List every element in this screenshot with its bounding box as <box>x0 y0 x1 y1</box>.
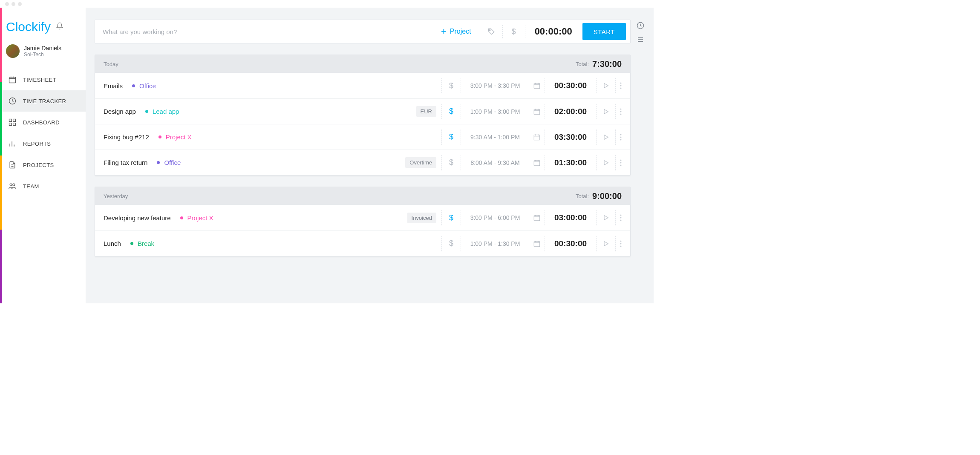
svg-point-36 <box>620 240 622 242</box>
project-name: Lead app <box>153 108 179 115</box>
time-range[interactable]: 9:30 AM - 1:00 PM <box>461 134 529 141</box>
user-block[interactable]: Jamie Daniels Sol-Tech <box>0 42 86 65</box>
time-range[interactable]: 1:00 PM - 1:30 PM <box>461 240 529 247</box>
nav-time-tracker[interactable]: TIME TRACKER <box>0 90 86 112</box>
svg-point-28 <box>620 164 622 166</box>
time-range[interactable]: 8:00 AM - 9:30 AM <box>461 159 529 166</box>
svg-rect-5 <box>13 123 16 126</box>
play-button[interactable] <box>597 214 615 221</box>
entry-title: Filing tax return <box>104 159 147 166</box>
list-mode-icon[interactable] <box>637 36 644 45</box>
more-menu-button[interactable] <box>616 214 630 221</box>
calendar-button[interactable] <box>529 214 545 222</box>
notifications-icon[interactable] <box>56 22 63 32</box>
svg-point-37 <box>620 243 622 244</box>
timer-mode-icon[interactable] <box>636 21 645 32</box>
day-section: TodayTotal:7:30:00EmailsOffice$3:00 PM -… <box>95 55 631 176</box>
timer-display[interactable]: 00:00:00 <box>527 26 580 37</box>
svg-rect-0 <box>9 77 16 83</box>
svg-point-13 <box>620 88 622 89</box>
entry-description[interactable]: Fixing bug #212Project X <box>104 133 441 141</box>
entry-description[interactable]: Filing tax returnOffice <box>104 159 405 166</box>
project-dot-icon <box>132 84 135 87</box>
time-entry: Design appLead appEUR$1:00 PM - 3:00 PM0… <box>95 98 630 124</box>
svg-marker-15 <box>604 109 608 114</box>
entry-description[interactable]: Developing new featureProject X <box>104 214 407 222</box>
entry-description[interactable]: LunchBreak <box>104 240 441 247</box>
play-button[interactable] <box>597 159 615 166</box>
traffic-light-close[interactable] <box>5 2 9 6</box>
avatar <box>6 44 20 58</box>
traffic-light-zoom[interactable] <box>18 2 22 6</box>
duration[interactable]: 03:30:00 <box>545 132 596 142</box>
duration[interactable]: 01:30:00 <box>545 158 596 167</box>
svg-point-7 <box>13 184 15 186</box>
more-menu-button[interactable] <box>616 108 630 115</box>
billable-button[interactable]: $ <box>504 27 523 36</box>
entry-tag[interactable]: EUR <box>416 106 436 117</box>
nav: TIMESHEET TIME TRACKER DASHBOARD REPORTS <box>0 69 86 197</box>
time-entry: EmailsOffice$3:00 PM - 3:30 PM00:30:00 <box>95 73 630 98</box>
svg-marker-10 <box>604 84 608 88</box>
entry-description[interactable]: Design appLead app <box>104 108 416 115</box>
nav-timesheet[interactable]: TIMESHEET <box>0 69 86 90</box>
more-menu-button[interactable] <box>616 134 630 141</box>
project-dot-icon <box>159 135 161 138</box>
plus-icon: + <box>441 26 447 37</box>
nav-projects[interactable]: PROJECTS <box>0 154 86 176</box>
day-header: YesterdayTotal:9:00:00 <box>95 187 630 205</box>
entry-tag[interactable]: Invoiced <box>407 213 436 223</box>
add-project-button[interactable]: + Project <box>434 26 478 37</box>
tag-button[interactable] <box>482 27 501 36</box>
play-button[interactable] <box>597 108 615 115</box>
timer-input[interactable] <box>103 28 434 35</box>
entry-description[interactable]: EmailsOffice <box>104 82 441 89</box>
billable-toggle[interactable]: $ <box>442 107 461 116</box>
calendar-button[interactable] <box>529 133 545 141</box>
billable-toggle[interactable]: $ <box>442 158 461 167</box>
brand: Clockify <box>0 8 86 42</box>
nav-label: DASHBOARD <box>23 119 60 126</box>
calendar-icon <box>8 75 17 84</box>
duration[interactable]: 00:30:00 <box>545 81 596 90</box>
billable-toggle[interactable]: $ <box>442 239 461 248</box>
calendar-button[interactable] <box>529 240 545 248</box>
dollar-icon: $ <box>512 27 516 36</box>
svg-rect-19 <box>534 135 540 140</box>
time-range[interactable]: 3:00 PM - 3:30 PM <box>461 82 529 89</box>
entry-tag[interactable]: Overtime <box>405 157 436 168</box>
project-name: Project X <box>166 133 192 141</box>
play-button[interactable] <box>597 82 615 89</box>
billable-toggle[interactable]: $ <box>442 213 461 222</box>
duration[interactable]: 03:00:00 <box>545 213 596 222</box>
user-name: Jamie Daniels <box>24 45 61 52</box>
more-menu-button[interactable] <box>616 82 630 89</box>
calendar-button[interactable] <box>529 108 545 115</box>
billable-toggle[interactable]: $ <box>442 132 461 141</box>
time-range[interactable]: 3:00 PM - 6:00 PM <box>461 214 529 221</box>
svg-point-38 <box>620 245 622 247</box>
nav-team[interactable]: TEAM <box>0 176 86 197</box>
calendar-button[interactable] <box>529 159 545 167</box>
svg-marker-25 <box>604 160 608 165</box>
play-button[interactable] <box>597 240 615 247</box>
play-button[interactable] <box>597 134 615 141</box>
project-name: Office <box>164 159 181 166</box>
start-button[interactable]: START <box>582 23 626 40</box>
calendar-button[interactable] <box>529 82 545 89</box>
dollar-icon: $ <box>449 81 453 90</box>
nav-dashboard[interactable]: DASHBOARD <box>0 112 86 133</box>
billable-toggle[interactable]: $ <box>442 81 461 90</box>
nav-reports[interactable]: REPORTS <box>0 133 86 154</box>
duration[interactable]: 00:30:00 <box>545 239 596 248</box>
nav-label: PROJECTS <box>23 162 54 168</box>
duration[interactable]: 02:00:00 <box>545 107 596 116</box>
time-range[interactable]: 1:00 PM - 3:00 PM <box>461 108 529 115</box>
more-menu-button[interactable] <box>616 240 630 247</box>
svg-marker-20 <box>604 135 608 139</box>
dollar-icon: $ <box>449 239 453 248</box>
traffic-light-minimize[interactable] <box>12 2 15 6</box>
user-org: Sol-Tech <box>24 52 61 58</box>
more-menu-button[interactable] <box>616 159 630 166</box>
dollar-icon: $ <box>449 132 453 141</box>
